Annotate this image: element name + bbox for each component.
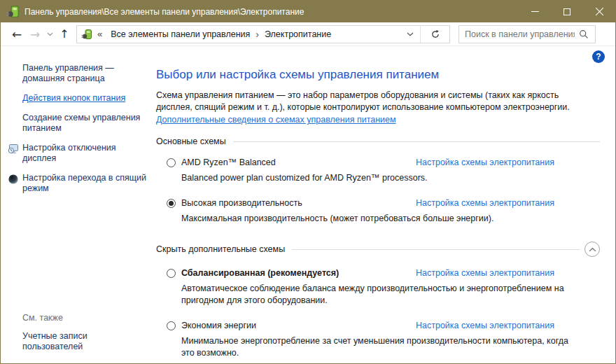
- plan-name-2: Сбалансированная (рекомендуется): [181, 268, 339, 278]
- window-body: Панель управления — домашняя страница Де…: [1, 46, 615, 363]
- recent-pages-dropdown[interactable]: [44, 24, 55, 44]
- sidebar-item-label: Панель управления — домашняя страница: [22, 63, 147, 84]
- change-plan-settings-link[interactable]: Настройка схемы электропитания: [416, 321, 554, 330]
- plan-name-3: Экономия энергии: [181, 321, 256, 330]
- address-dropdown-button[interactable]: [400, 26, 420, 43]
- sidebar-icon-slot: [8, 93, 22, 104]
- section-additional-plans: Скрыть дополнительные схемы: [156, 241, 600, 257]
- minimize-button[interactable]: [519, 1, 551, 22]
- plan-radio-1[interactable]: [167, 199, 176, 208]
- plan-radio-0[interactable]: [167, 158, 176, 167]
- window-title: Панель управления\Все элементы панели уп…: [24, 7, 519, 17]
- forward-button[interactable]: →: [26, 24, 44, 44]
- collapse-section-button[interactable]: [584, 241, 600, 257]
- sidebar-item-create-power-plan[interactable]: Создание схемы управления питанием: [1, 113, 156, 134]
- question-mark-icon: ?: [596, 52, 601, 62]
- maximize-button[interactable]: [551, 1, 583, 22]
- help-button[interactable]: ?: [592, 50, 605, 63]
- breadcrumb-separator-icon[interactable]: ›: [254, 29, 260, 40]
- sidebar-item-user-accounts[interactable]: Учетные записи пользователей: [22, 331, 127, 352]
- sidebar-item-label: Настройка отключения дисплея: [22, 143, 147, 164]
- section-divider: [233, 141, 600, 142]
- display-clock-icon: [8, 143, 22, 164]
- page-title: Выбор или настройка схемы управления пит…: [156, 68, 600, 82]
- change-plan-settings-link[interactable]: Настройка схемы электропитания: [416, 268, 554, 278]
- power-plan-icon: [6, 5, 20, 18]
- minimize-icon: [531, 11, 539, 12]
- section-label: Скрыть дополнительные схемы: [156, 244, 285, 254]
- breadcrumb-item-power-options[interactable]: Электропитание: [260, 29, 335, 39]
- navigation-bar: ← → ↑ « Все элементы панели управления ›…: [1, 22, 615, 46]
- plan-row-amd-ryzen-balanced: AMD Ryzen™ Balanced Настройка схемы элек…: [156, 158, 600, 184]
- sidebar-item-power-button-actions[interactable]: Действия кнопок питания: [1, 93, 156, 104]
- sidebar-item-home[interactable]: Панель управления — домашняя страница: [1, 63, 156, 84]
- section-primary-plans: Основные схемы: [156, 136, 600, 146]
- search-icon: [579, 29, 589, 39]
- main-content: ? Выбор или настройка схемы управления п…: [156, 46, 615, 363]
- section-label: Основные схемы: [156, 136, 226, 146]
- section-divider: [292, 249, 580, 250]
- sidebar-item-label: Действия кнопок питания: [22, 93, 147, 104]
- maximize-icon: [564, 8, 570, 15]
- plan-row-power-saver: Экономия энергии Настройка схемы электро…: [156, 321, 600, 359]
- more-info-link[interactable]: Дополнительные сведения о схемах управле…: [156, 114, 396, 126]
- window-controls: [519, 1, 615, 22]
- sidebar-item-display-off-settings[interactable]: Настройка отключения дисплея: [1, 143, 156, 164]
- plan-row-balanced: Сбалансированная (рекомендуется) Настрой…: [156, 268, 600, 307]
- titlebar: Панель управления\Все элементы панели уп…: [1, 1, 615, 22]
- sidebar: Панель управления — домашняя страница Де…: [1, 46, 156, 363]
- see-also-header: См. также: [22, 313, 127, 323]
- search-input[interactable]: [459, 29, 578, 39]
- sidebar-icon-slot: [8, 113, 22, 134]
- chevron-up-icon: [589, 247, 596, 252]
- back-button[interactable]: ←: [8, 24, 26, 44]
- plan-radio-3[interactable]: [167, 321, 176, 330]
- plan-description: Автоматическое соблюдение баланса между …: [181, 283, 577, 307]
- sleep-moon-icon: [8, 173, 22, 194]
- chevron-down-icon: [47, 32, 53, 36]
- address-bar[interactable]: « Все элементы панели управления › Элект…: [76, 25, 450, 43]
- up-button[interactable]: ↑: [55, 24, 74, 44]
- change-plan-settings-link[interactable]: Настройка схемы электропитания: [416, 198, 554, 208]
- plan-row-high-performance: Высокая производительность Настройка схе…: [156, 198, 600, 225]
- breadcrumb-collapse-button[interactable]: «: [96, 29, 106, 39]
- search-box: [458, 25, 596, 43]
- plan-description: Минимальное энергопотребление за счет ум…: [181, 335, 577, 359]
- power-plan-icon: [81, 29, 92, 40]
- intro-text: Схема управления питанием — это набор па…: [156, 90, 579, 113]
- sidebar-item-label: Настройка перехода в спящий режим: [22, 173, 147, 194]
- plan-description: Balanced power plan customized for AMD R…: [181, 172, 577, 184]
- change-plan-settings-link[interactable]: Настройка схемы электропитания: [416, 158, 554, 167]
- close-button[interactable]: [583, 1, 615, 22]
- back-arrow-icon: ←: [12, 27, 22, 41]
- refresh-icon: [430, 29, 440, 39]
- breadcrumb-item-all-items[interactable]: Все элементы панели управления: [106, 29, 254, 39]
- see-also-section: См. также Учетные записи пользователей: [22, 313, 127, 352]
- control-panel-window: Панель управления\Все элементы панели уп…: [0, 0, 616, 364]
- sidebar-item-label: Создание схемы управления питанием: [22, 113, 147, 134]
- refresh-button[interactable]: [420, 26, 449, 43]
- plan-description: Максимальная производительность (может п…: [181, 213, 577, 225]
- plan-name-1: Высокая производительность: [181, 198, 302, 208]
- plan-radio-2[interactable]: [167, 269, 176, 278]
- forward-arrow-icon: →: [30, 27, 40, 41]
- chevron-down-icon: [407, 32, 414, 36]
- sidebar-icon-slot: [8, 63, 22, 84]
- up-arrow-icon: ↑: [59, 27, 69, 41]
- close-icon: [595, 7, 604, 16]
- plan-name-0: AMD Ryzen™ Balanced: [181, 158, 276, 167]
- sidebar-item-sleep-settings[interactable]: Настройка перехода в спящий режим: [1, 173, 156, 194]
